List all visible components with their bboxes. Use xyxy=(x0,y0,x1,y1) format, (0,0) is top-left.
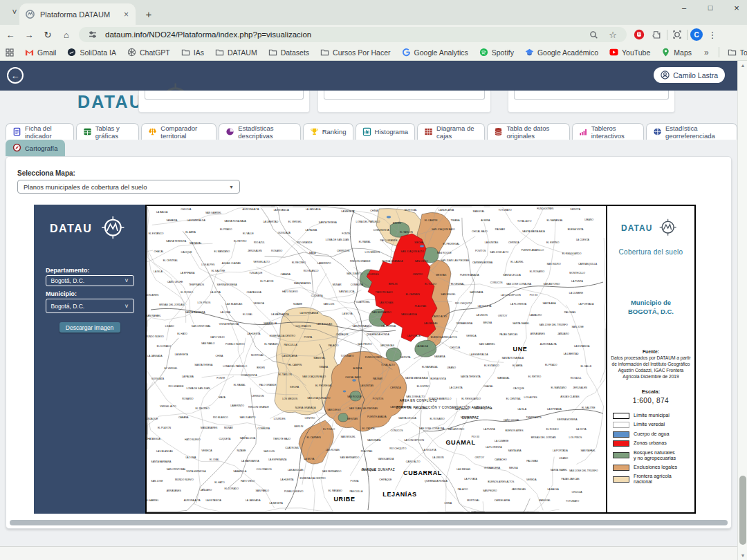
svg-text:MANGYAL: MANGYAL xyxy=(473,210,485,213)
folder-icon xyxy=(215,48,224,57)
tab-close-icon[interactable]: × xyxy=(122,10,130,19)
filter-select-2[interactable] xyxy=(324,91,485,100)
svg-text:EL TOLDO: EL TOLDO xyxy=(425,283,436,286)
legend-scale-value: 1:600, 874 xyxy=(633,397,669,404)
svg-text:SAN BERNARDO: SAN BERNARDO xyxy=(340,456,360,459)
tab-cartografia[interactable]: Cartografía xyxy=(6,140,65,156)
tab-histograma[interactable]: Histograma xyxy=(356,123,416,140)
download-image-button[interactable]: Descargar imagen xyxy=(59,322,120,333)
svg-text:LA FLORESTA: LA FLORESTA xyxy=(510,303,527,306)
svg-text:SAN LUIS: SAN LUIS xyxy=(323,303,335,306)
scroll-down-icon[interactable]: ▼ xyxy=(738,553,747,558)
bookmark-solidata-ia[interactable]: SoliData IA xyxy=(67,48,116,57)
close-icon[interactable]: × xyxy=(732,3,741,13)
svg-text:PUEBLO NUEVO: PUEBLO NUEVO xyxy=(225,343,245,346)
scrollbar-thumb[interactable] xyxy=(739,476,746,545)
bookmark-dataum[interactable]: DATAUM xyxy=(215,48,257,57)
address-bar[interactable]: dataum.info/NDO24/Plataforma/index.php?p… xyxy=(79,27,627,42)
svg-text:SERVITA: SERVITA xyxy=(570,208,580,211)
bookmark-youtube[interactable]: YouTube xyxy=(609,48,650,57)
browser-tab[interactable]: Plataforma DATAUM × xyxy=(19,3,136,25)
tab-ficha-del-indicador[interactable]: Ficha del indicador xyxy=(6,123,74,140)
minimize-icon[interactable]: – xyxy=(679,3,689,12)
url-text[interactable]: dataum.info/NDO24/Plataforma/index.php?p… xyxy=(105,30,581,39)
bookmarks-overflow-icon[interactable]: » xyxy=(704,48,709,57)
svg-text:MANZANARES: MANZANARES xyxy=(201,427,218,429)
svg-text:RIO CHIQUITO: RIO CHIQUITO xyxy=(455,302,472,305)
svg-text:COMBURA: COMBURA xyxy=(257,427,270,430)
bookmark-gmail[interactable]: Gmail xyxy=(25,48,56,57)
svg-text:MORTIGAL: MORTIGAL xyxy=(405,209,417,212)
svg-text:TOTUMATO: TOTUMATO xyxy=(340,355,354,357)
municipality-select[interactable]: Bogotá, D.C.˅ xyxy=(46,299,134,313)
tab-comparador-territorial[interactable]: Comparador territorial xyxy=(141,123,216,140)
extensions-icon[interactable] xyxy=(650,28,664,41)
svg-text:SAN ANTONIO: SAN ANTONIO xyxy=(544,283,560,286)
bookmark-google-acad-mico[interactable]: Google Académico xyxy=(525,48,598,57)
tab-tableros-interactivos[interactable]: Tableros interactivos xyxy=(572,123,644,140)
tab-diagrama-de-cajas[interactable]: Diagrama de cajas xyxy=(417,123,485,140)
svg-text:JARONEJAS: JARONEJAS xyxy=(511,488,526,491)
svg-text:ROSARIO: ROSARIO xyxy=(271,250,282,252)
tab-estadísticas-descriptivas[interactable]: Estadísticas descriptivas xyxy=(219,123,300,140)
svg-text:SANTA MARIA BAJA: SANTA MARIA BAJA xyxy=(405,377,428,380)
back-button[interactable]: ← xyxy=(2,27,19,42)
svg-text:SANTA ANA: SANTA ANA xyxy=(542,302,556,305)
svg-text:SAN JUANITO: SAN JUANITO xyxy=(239,416,255,419)
svg-text:EL MANZANO: EL MANZANO xyxy=(214,250,230,253)
svg-text:GUIGUAZA: GUIGUAZA xyxy=(151,377,165,380)
bookmark-google-analytics[interactable]: Google Analytics xyxy=(402,48,468,57)
svg-text:SAN DIEGO: SAN DIEGO xyxy=(414,260,428,263)
home-button[interactable]: ⌂ xyxy=(58,27,75,42)
filter-select-3[interactable] xyxy=(514,91,669,100)
all-bookmarks-button[interactable]: Todos los marcadores xyxy=(728,48,747,57)
svg-text:ZONA DE PROTECCIÓN Y CONSERVAC: ZONA DE PROTECCIÓN Y CONSERVACIÓN AMBIEN… xyxy=(396,405,492,409)
user-button[interactable]: Camilo Lastra xyxy=(654,67,725,83)
site-info-icon[interactable] xyxy=(86,28,100,41)
svg-text:SAN ISIDRO: SAN ISIDRO xyxy=(546,263,561,265)
site-back-button[interactable]: ← xyxy=(7,67,24,84)
legend-item: Frontera agrícola nacional xyxy=(613,474,689,485)
filter-select-1[interactable] xyxy=(145,91,304,100)
svg-text:CERRIZON: CERRIZON xyxy=(337,250,350,252)
bookmark-chatgpt[interactable]: ChatGPT xyxy=(127,48,170,57)
svg-text:CENTRO: CENTRO xyxy=(305,417,315,420)
svg-text:LA MESETA: LA MESETA xyxy=(175,353,189,356)
grid-icon xyxy=(424,127,433,136)
bookmark-cursos-por-hacer[interactable]: Cursos Por Hacer xyxy=(320,48,390,57)
svg-text:BUENOS AIRES ALTOS: BUENOS AIRES ALTOS xyxy=(488,480,515,483)
tab-tablas-y-gráficas[interactable]: Tablas y gráficas xyxy=(76,123,140,140)
legend-swatch xyxy=(613,431,629,438)
svg-text:SUMAPAZ: SUMAPAZ xyxy=(462,416,479,420)
adblock-icon[interactable] xyxy=(632,28,646,41)
svg-text:BELEN: BELEN xyxy=(393,222,401,225)
lens-icon[interactable] xyxy=(670,28,684,41)
browser-menu-icon[interactable]: ⋮ xyxy=(706,28,719,41)
tab-ranking[interactable]: Ranking xyxy=(303,123,353,140)
svg-text:RIO AZUL: RIO AZUL xyxy=(254,241,265,244)
svg-text:LAS BLANCAS: LAS BLANCAS xyxy=(225,303,243,306)
tab-estadística-georreferenciada[interactable]: Estadística georreferenciada xyxy=(646,123,737,140)
map-selector[interactable]: Planos municipales de cobertura del suel… xyxy=(17,180,240,194)
horizontal-scrollbar[interactable] xyxy=(10,520,728,525)
forward-button[interactable]: → xyxy=(21,27,37,42)
bookmark-spotify[interactable]: Spotify xyxy=(479,48,514,57)
svg-text:SIECHA: SIECHA xyxy=(290,386,299,389)
reload-button[interactable]: ↻ xyxy=(39,27,56,42)
tab-tabla-de-datos-originales[interactable]: Tabla de datos originales xyxy=(487,123,569,140)
profile-avatar[interactable]: C xyxy=(690,28,703,41)
apps-grid-icon[interactable] xyxy=(6,46,14,59)
svg-text:EL SALITRE: EL SALITRE xyxy=(212,270,225,272)
bookmark-ias[interactable]: IAs xyxy=(181,48,204,57)
search-icon[interactable] xyxy=(587,28,600,41)
bookmark-datasets[interactable]: Datasets xyxy=(268,48,309,57)
new-tab-button[interactable]: + xyxy=(141,6,156,21)
scroll-up-icon[interactable]: ▲ xyxy=(738,63,747,68)
bookmark-maps[interactable]: Maps xyxy=(661,48,692,57)
maximize-icon[interactable]: □ xyxy=(706,3,715,12)
department-select[interactable]: Bogotá, D.C.˅ xyxy=(46,275,134,286)
bookmark-star-icon[interactable]: ☆ xyxy=(606,28,620,41)
svg-text:LA ESMERALDA: LA ESMERALDA xyxy=(470,353,488,356)
vertical-scrollbar[interactable]: ▲ ▼ xyxy=(737,61,747,560)
svg-text:LA MOYA: LA MOYA xyxy=(304,458,315,460)
